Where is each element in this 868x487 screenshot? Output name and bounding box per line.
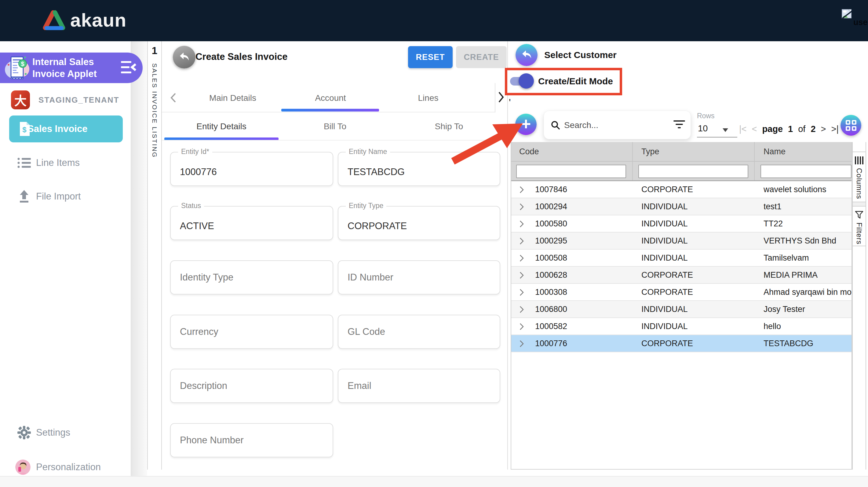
back-button[interactable] — [173, 46, 195, 68]
next-page-button[interactable]: > — [821, 124, 826, 134]
type-filter-input[interactable] — [638, 165, 748, 178]
description-field[interactable]: Description — [170, 369, 333, 403]
entity-name-field[interactable]: Entity Name TESTABCDG — [338, 152, 500, 186]
user-avatar-broken[interactable]: use — [842, 9, 868, 31]
row-expand-chevron-icon[interactable] — [519, 186, 524, 195]
tabs-scroll-left-icon[interactable] — [170, 92, 177, 104]
field-placeholder: ID Number — [347, 272, 393, 283]
cell-type: INDIVIDUAL — [641, 322, 688, 331]
table-row[interactable]: 1000295 INDIVIDUAL VERTHYS Sdn Bhd — [511, 233, 852, 250]
column-header-type[interactable]: Type — [641, 147, 659, 156]
rows-per-page-select[interactable]: 10 — [698, 123, 708, 133]
applet-header[interactable]: $ Internal Sales Invoice Applet — [0, 53, 143, 83]
sidebar-gap — [131, 41, 147, 487]
column-header-code[interactable]: Code — [519, 147, 539, 156]
listing-index: 1 — [148, 45, 161, 57]
grid-view-button[interactable] — [840, 115, 861, 135]
cell-name: TT22 — [764, 219, 851, 229]
table-left-border — [511, 142, 511, 469]
gl-code-field[interactable]: GL Code — [338, 315, 500, 349]
sidebar-item-personalization[interactable]: Personalization — [0, 456, 131, 478]
subtab-ship-to[interactable]: Ship To — [435, 122, 463, 131]
columns-tab[interactable]: Columns — [853, 152, 866, 202]
phone-number-field[interactable]: Phone Number — [170, 423, 333, 457]
field-placeholder: Description — [180, 381, 227, 391]
of-word: of — [798, 124, 805, 134]
svg-text:$: $ — [22, 126, 27, 134]
row-expand-chevron-icon[interactable] — [519, 237, 524, 246]
sidebar-item-label: Sales Invoice — [28, 123, 87, 134]
rows-caret-icon[interactable] — [723, 128, 728, 132]
sidebar-item-line-items[interactable]: Line Items — [0, 152, 131, 174]
subtab-entity-details[interactable]: Entity Details — [196, 122, 246, 131]
create-button[interactable]: CREATE — [456, 46, 507, 68]
tab-main-details[interactable]: Main Details — [209, 93, 256, 103]
id-number-field[interactable]: ID Number — [338, 260, 500, 295]
sidebar-item-settings[interactable]: Settings — [0, 422, 131, 443]
table-row[interactable]: 1000776 CORPORATE TESTABCDG — [511, 335, 852, 352]
bottom-scrollbar-band[interactable] — [0, 476, 868, 487]
row-expand-chevron-icon[interactable] — [519, 288, 524, 298]
rows-label: Rows — [697, 112, 715, 120]
field-placeholder: Phone Number — [180, 435, 244, 446]
table-body: 1007846 CORPORATE wavelet solutions 1000… — [511, 181, 852, 352]
table-row[interactable]: 1000580 INDIVIDUAL TT22 — [511, 215, 852, 233]
row-expand-chevron-icon[interactable] — [519, 271, 524, 280]
search-filter-icon[interactable] — [674, 120, 685, 130]
identity-type-field[interactable]: Identity Type — [170, 260, 333, 295]
column-divider — [754, 142, 755, 181]
list-icon — [17, 157, 31, 169]
first-page-button[interactable]: |< — [739, 124, 746, 134]
add-customer-button[interactable]: + — [515, 114, 537, 135]
last-page-button[interactable]: >| — [831, 124, 839, 134]
row-expand-chevron-icon[interactable] — [519, 340, 524, 349]
row-expand-chevron-icon[interactable] — [519, 203, 524, 212]
listing-strip[interactable]: 1 SALES INVOICE LISTING — [147, 41, 162, 469]
search-input[interactable] — [564, 118, 650, 132]
tab-lines[interactable]: Lines — [418, 93, 439, 103]
tab-account[interactable]: Account — [315, 93, 346, 103]
tenant-row[interactable]: 大 STAGING_TENANT — [0, 89, 131, 111]
search-icon — [551, 120, 560, 131]
name-filter-input[interactable] — [761, 165, 851, 178]
menu-collapse-icon[interactable] — [121, 60, 137, 76]
cell-code: 1000776 — [535, 339, 567, 348]
table-row[interactable]: 1000582 INDIVIDUAL hello — [511, 318, 852, 335]
table-row[interactable]: 1000508 INDIVIDUAL Tamilselvam — [511, 250, 852, 267]
sidebar-item-sales-invoice[interactable]: $ Sales Invoice — [9, 116, 123, 142]
app-screen: akaun use — [0, 0, 868, 487]
entity-type-field[interactable]: Entity Type CORPORATE — [338, 206, 500, 240]
cell-type: INDIVIDUAL — [641, 219, 688, 229]
rail-gap — [853, 202, 866, 206]
filters-tab[interactable]: Filters — [853, 206, 866, 246]
status-field[interactable]: Status ACTIVE — [170, 206, 333, 240]
table-row[interactable]: 1006800 INDIVIDUAL Josy Tester — [511, 301, 852, 318]
table-row[interactable]: 1007846 CORPORATE wavelet solutions — [511, 181, 852, 198]
row-expand-chevron-icon[interactable] — [519, 323, 524, 332]
prev-page-button[interactable]: < — [752, 124, 757, 134]
field-placeholder: GL Code — [347, 326, 385, 337]
invoice-illustration-icon: $ — [4, 54, 32, 83]
toggle-thumb[interactable] — [519, 73, 534, 89]
subtab-bill-to[interactable]: Bill To — [324, 122, 346, 131]
tenant-logo-icon: 大 — [11, 90, 30, 110]
row-expand-chevron-icon[interactable] — [519, 220, 524, 229]
table-row[interactable]: 1000628 CORPORATE MEDIA PRIMA — [511, 267, 852, 284]
cell-type: CORPORATE — [641, 287, 693, 297]
field-placeholder: Identity Type — [180, 272, 233, 283]
field-label: Entity Id* — [178, 148, 212, 156]
tabs-scroll-right-icon[interactable] — [498, 91, 504, 104]
row-expand-chevron-icon[interactable] — [519, 254, 524, 263]
table-row[interactable]: 1000294 INDIVIDUAL test1 — [511, 198, 852, 215]
row-expand-chevron-icon[interactable] — [519, 306, 524, 315]
select-customer-back-button[interactable] — [516, 44, 537, 66]
sidebar-item-file-import[interactable]: File Import — [0, 186, 131, 207]
code-filter-input[interactable] — [516, 165, 626, 178]
reset-button[interactable]: RESET — [408, 46, 453, 68]
currency-field[interactable]: Currency — [170, 315, 333, 349]
column-header-name[interactable]: Name — [764, 147, 785, 156]
table-row[interactable]: 1000308 CORPORATE Ahmad syarqawi bin moh… — [511, 284, 852, 301]
filter-funnel-icon — [855, 211, 863, 219]
email-field[interactable]: Email — [338, 369, 500, 403]
entity-id-field[interactable]: Entity Id* 1000776 — [170, 152, 333, 186]
